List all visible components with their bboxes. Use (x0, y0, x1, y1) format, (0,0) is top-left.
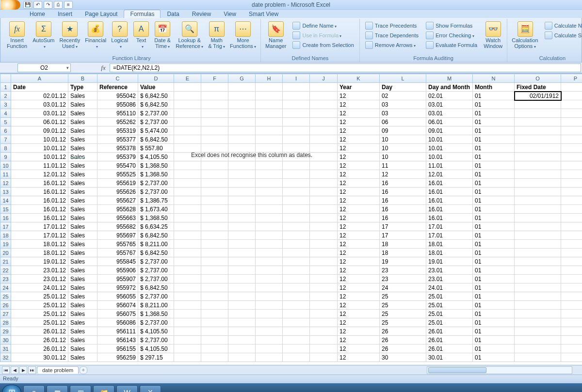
cell[interactable] (256, 266, 283, 275)
cell[interactable]: Sales (68, 327, 97, 336)
cell[interactable]: $ 6,842.50 (138, 249, 174, 257)
cell[interactable]: 18.01.12 (11, 249, 68, 257)
financial-button[interactable]: 💰Financial (82, 20, 109, 50)
cell[interactable] (561, 249, 582, 257)
cell[interactable]: 12 (338, 222, 380, 231)
more-functions-button[interactable]: ⋯MoreFunctions (227, 20, 259, 50)
cell[interactable] (174, 196, 201, 205)
cell[interactable] (310, 301, 338, 310)
row-header[interactable]: 24 (0, 283, 11, 292)
cell[interactable] (256, 170, 283, 179)
cell[interactable] (515, 126, 561, 135)
cell[interactable]: 01 (473, 170, 515, 179)
cell[interactable] (174, 92, 201, 100)
cell[interactable] (174, 318, 201, 327)
sheet-new-icon[interactable]: ✧ (80, 366, 87, 374)
cell[interactable]: 17.01 (426, 231, 473, 240)
cell[interactable] (283, 257, 310, 266)
cell[interactable] (515, 292, 561, 301)
date-time-button[interactable]: 📅Date &Time (152, 20, 173, 50)
cell[interactable]: Sales (68, 353, 97, 362)
cell[interactable]: 955470 (97, 161, 138, 170)
cell[interactable]: Day (380, 83, 426, 92)
cell[interactable] (256, 188, 283, 196)
fx-icon-small[interactable]: fx (98, 64, 109, 72)
cell[interactable]: 16.01 (426, 205, 473, 214)
cell[interactable] (256, 83, 283, 92)
cell[interactable] (228, 118, 256, 126)
text-button[interactable]: AText (130, 20, 152, 50)
cell[interactable] (174, 109, 201, 118)
cell[interactable] (283, 161, 310, 170)
row-header[interactable]: 16 (0, 214, 11, 222)
cell[interactable] (561, 196, 582, 205)
cell[interactable]: 25.01.12 (11, 301, 68, 310)
cell[interactable]: 955086 (97, 100, 138, 109)
cell[interactable]: 01 (473, 240, 515, 249)
cell[interactable] (201, 118, 228, 126)
taskbar-excel-icon[interactable]: X (140, 385, 161, 392)
cell[interactable] (174, 275, 201, 283)
cell[interactable]: 01 (473, 118, 515, 126)
column-header-H[interactable]: H (256, 74, 283, 83)
cell[interactable] (283, 196, 310, 205)
cell[interactable]: 955110 (97, 109, 138, 118)
cell[interactable]: 955626 (97, 188, 138, 196)
cell[interactable]: $ 2,737.00 (138, 118, 174, 126)
cell[interactable]: $ 6,842.50 (138, 135, 174, 144)
cell[interactable]: 18.01.12 (11, 240, 68, 249)
cell[interactable]: 955378 (97, 144, 138, 153)
cell[interactable] (310, 144, 338, 153)
cell[interactable] (256, 292, 283, 301)
cell[interactable] (515, 161, 561, 170)
cell[interactable] (256, 257, 283, 266)
row-header[interactable]: 27 (0, 310, 11, 318)
cell[interactable]: $ 1,368.50 (138, 170, 174, 179)
cell[interactable] (310, 310, 338, 318)
cell[interactable] (283, 292, 310, 301)
tab-home[interactable]: Home (23, 10, 51, 18)
cell[interactable]: 23 (380, 266, 426, 275)
cell[interactable]: $ 6,842.50 (138, 92, 174, 100)
cell[interactable] (256, 283, 283, 292)
cell[interactable] (515, 353, 561, 362)
cell[interactable]: 18.01 (426, 249, 473, 257)
cell[interactable]: 12 (338, 100, 380, 109)
cell[interactable]: 19.01.12 (11, 257, 68, 266)
row-header[interactable]: 9 (0, 153, 11, 161)
cell[interactable]: Sales (68, 283, 97, 292)
row-header[interactable]: 31 (0, 345, 11, 353)
cell[interactable]: Sales (68, 249, 97, 257)
cell[interactable] (310, 161, 338, 170)
cell[interactable] (561, 118, 582, 126)
cell[interactable]: 26.01 (426, 327, 473, 336)
cell[interactable] (561, 275, 582, 283)
cell[interactable]: 03 (380, 109, 426, 118)
cell[interactable] (174, 126, 201, 135)
row-header[interactable]: 26 (0, 301, 11, 310)
cell[interactable]: 03 (380, 100, 426, 109)
cell[interactable]: Sales (68, 205, 97, 214)
evaluate-formula-button[interactable]: Evaluate Formula (423, 40, 480, 50)
row-header[interactable]: 15 (0, 205, 11, 214)
cell[interactable] (515, 266, 561, 275)
cell[interactable]: 01 (473, 257, 515, 266)
cell[interactable] (310, 118, 338, 126)
cell[interactable] (256, 179, 283, 188)
cell[interactable] (310, 266, 338, 275)
cell[interactable]: $ 2,737.00 (138, 275, 174, 283)
cell[interactable]: 12.01.12 (11, 170, 68, 179)
column-header-B[interactable]: B (68, 74, 97, 83)
cell[interactable]: 16.01 (426, 188, 473, 196)
scrollbar-thumb[interactable] (428, 367, 486, 373)
cell[interactable] (228, 188, 256, 196)
cell[interactable]: 24 (380, 283, 426, 292)
cell[interactable] (201, 292, 228, 301)
cell[interactable]: 16 (380, 205, 426, 214)
cell[interactable]: $ 2,737.00 (138, 336, 174, 345)
cell[interactable]: $ 4,105.50 (138, 327, 174, 336)
error-checking-button[interactable]: Error Checking (423, 31, 480, 40)
cell[interactable]: $ 2,737.00 (138, 109, 174, 118)
cell[interactable]: 10.01.12 (11, 135, 68, 144)
cell[interactable]: 956075 (97, 310, 138, 318)
